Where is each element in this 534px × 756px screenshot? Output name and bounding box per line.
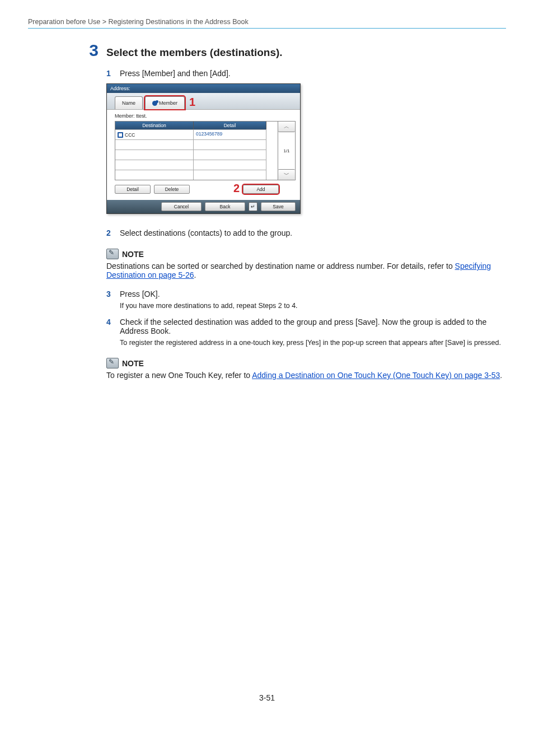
add-button[interactable]: Add	[243, 185, 279, 194]
note-1-body: Destinations can be sorted or searched b…	[106, 262, 506, 279]
detail-button[interactable]: Detail	[115, 185, 151, 194]
substep-2-text: Select destinations (contacts) to add to…	[120, 228, 506, 237]
link-one-touch-key[interactable]: Adding a Destination on One Touch Key (O…	[252, 371, 500, 380]
page-indicator: 1/1	[283, 132, 289, 169]
callout-1: 1	[189, 96, 195, 108]
note-label: NOTE	[122, 250, 144, 259]
delete-button[interactable]: Delete	[154, 185, 190, 194]
col-detail: Detail	[194, 122, 266, 129]
row-detail: 0123456789	[194, 129, 266, 139]
tab-member[interactable]: Member	[145, 96, 185, 109]
substep-3-number: 3	[106, 290, 114, 310]
cancel-button[interactable]: Cancel	[161, 202, 202, 211]
scroll-down-button[interactable]: ﹀	[278, 169, 295, 180]
callout-2: 2	[233, 182, 240, 194]
tab-member-label: Member	[159, 100, 177, 106]
scroll-up-button[interactable]: ︿	[278, 122, 295, 132]
device-screenshot: Address: Name Member 1 Member: ttest. De	[106, 83, 301, 214]
empty-cell	[115, 160, 194, 170]
enter-icon: ↵	[249, 202, 257, 211]
fax-icon	[118, 132, 123, 138]
breadcrumb: Preparation before Use > Registering Des…	[28, 18, 506, 26]
empty-cell	[194, 160, 266, 170]
note-icon	[106, 358, 119, 368]
note-icon	[106, 249, 119, 259]
note-1-post: .	[194, 270, 196, 279]
substep-1-text: Press [Member] and then [Add].	[120, 69, 506, 78]
empty-cell	[115, 170, 194, 180]
col-destination: Destination	[115, 122, 194, 129]
substep-2-number: 2	[106, 228, 114, 237]
empty-cell	[194, 150, 266, 160]
step-title: Select the members (destinations).	[106, 46, 283, 59]
substep-3-text: Press [OK].	[120, 290, 506, 298]
row-dest-text: CCC	[125, 132, 135, 138]
page-number: 3-51	[28, 693, 506, 702]
substep-4-detail: To register the registered address in a …	[120, 339, 506, 347]
save-button[interactable]: Save	[261, 202, 296, 211]
empty-cell	[194, 170, 266, 180]
empty-cell	[115, 150, 194, 160]
back-button[interactable]: Back	[205, 202, 245, 211]
member-count-label: Member: ttest.	[115, 113, 296, 119]
note-2-pre: To register a new One Touch Key, refer t…	[106, 371, 252, 380]
substep-4-text: Check if the selected destination was ad…	[120, 318, 506, 335]
note-2-body: To register a new One Touch Key, refer t…	[106, 371, 506, 380]
empty-cell	[194, 139, 266, 150]
empty-cell	[115, 139, 194, 150]
people-icon	[152, 101, 157, 106]
note-label-2: NOTE	[122, 359, 144, 368]
substep-4-number: 4	[106, 318, 114, 347]
substep-3-detail: If you have more destinations to add, re…	[120, 302, 506, 310]
step-number: 3	[77, 42, 99, 59]
note-2-post: .	[500, 371, 502, 380]
substep-1-number: 1	[106, 69, 114, 78]
row-destination[interactable]: CCC	[115, 129, 194, 139]
note-1-pre: Destinations can be sorted or searched b…	[106, 262, 455, 270]
tab-name[interactable]: Name	[115, 96, 143, 109]
header-rule	[28, 28, 506, 29]
device-titlebar: Address:	[107, 84, 300, 93]
